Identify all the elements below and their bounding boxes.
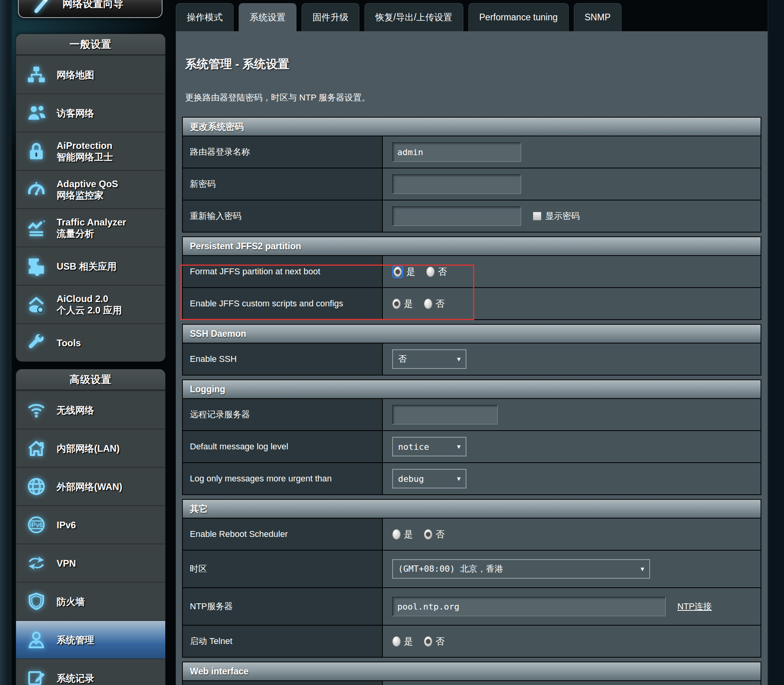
sidebar-item-aiprotection[interactable]: AiProtection智能网络卫士 bbox=[16, 132, 165, 170]
chevron-down-icon: ▼ bbox=[457, 443, 461, 450]
section-header-ssh: SSH Daemon bbox=[183, 325, 761, 343]
page-left-edge bbox=[0, 0, 12, 685]
traffic-chart-icon bbox=[16, 218, 57, 238]
tab-firmware-upgrade[interactable]: 固件升级 bbox=[302, 3, 359, 31]
sidebar-item-vpn[interactable]: VPN bbox=[16, 544, 165, 582]
section-header-web-interface: Web interface bbox=[183, 662, 761, 680]
login-name-input[interactable] bbox=[392, 142, 521, 162]
home-icon bbox=[16, 438, 57, 458]
wrench-icon bbox=[16, 333, 57, 353]
puzzle-icon bbox=[16, 256, 57, 276]
row-retype-password: 重新输入密码 显示密码 bbox=[183, 200, 761, 232]
advanced-settings-panel: 高级设置 无线网络 内部网络(LAN) 外部网络(WAN) IPv6 IPv6 bbox=[16, 369, 166, 685]
retype-password-input[interactable] bbox=[392, 206, 521, 226]
cloud-home-icon bbox=[16, 294, 57, 315]
sidebar-item-firewall[interactable]: 防火墙 bbox=[16, 582, 165, 620]
network-map-icon bbox=[16, 64, 57, 85]
format-jffs-no-radio[interactable] bbox=[426, 266, 435, 277]
jffs-scripts-no-radio[interactable] bbox=[424, 299, 432, 309]
new-password-input[interactable] bbox=[392, 174, 521, 194]
row-timezone: 时区 (GMT+08:00) 北京，香港 ▼ bbox=[183, 550, 761, 587]
globe-icon bbox=[16, 476, 57, 497]
row-jffs-scripts: Enable JFFS custom scripts and configs 是… bbox=[183, 287, 761, 319]
section-web-interface: Web interface 授权方式 BOTH ▼ bbox=[182, 662, 761, 685]
page-description: 更换路由器登陆密码，时区与 NTP 服务器设置。 bbox=[185, 92, 758, 104]
advanced-settings-header: 高级设置 bbox=[16, 369, 165, 390]
shield-icon bbox=[16, 591, 57, 612]
timezone-select[interactable]: (GMT+08:00) 北京，香港 ▼ bbox=[392, 559, 650, 579]
section-ssh: SSH Daemon Enable SSH 否 ▼ bbox=[182, 324, 761, 376]
row-new-password: 新密码 bbox=[183, 168, 761, 200]
row-telnet: 启动 Telnet 是 否 bbox=[183, 625, 761, 657]
tab-performance-tuning[interactable]: Performance tuning bbox=[468, 3, 569, 31]
sidebar-item-ipv6[interactable]: IPv6 IPv6 bbox=[16, 505, 165, 544]
tab-restore-save-upload[interactable]: 恢复/导出/上传设置 bbox=[364, 3, 463, 31]
chevron-down-icon: ▼ bbox=[457, 475, 461, 482]
section-header-logging: Logging bbox=[183, 380, 761, 398]
sidebar-item-traffic-analyzer[interactable]: Traffic Analyzer流量分析 bbox=[16, 208, 165, 247]
section-header-change-password: 更改系统密码 bbox=[183, 118, 761, 136]
log-urgency-select[interactable]: debug ▼ bbox=[392, 469, 466, 488]
row-auth-method: 授权方式 BOTH ▼ bbox=[183, 680, 761, 685]
ntp-connect-link[interactable]: NTP连接 bbox=[677, 601, 712, 612]
wifi-icon bbox=[16, 400, 57, 420]
reboot-scheduler-yes-radio[interactable] bbox=[392, 529, 401, 540]
section-header-other: 其它 bbox=[183, 500, 761, 518]
section-change-password: 更改系统密码 路由器登录名称 新密码 重新输入密码 显示密码 bbox=[182, 117, 761, 233]
sidebar-item-usb-apps[interactable]: USB 相关应用 bbox=[16, 247, 165, 285]
main-content-panel: 系统管理 - 系统设置 更换路由器登陆密码，时区与 NTP 服务器设置。 更改系… bbox=[176, 31, 768, 685]
default-log-level-select[interactable]: notice ▼ bbox=[392, 437, 466, 456]
page-right-edge bbox=[768, 0, 784, 685]
tab-bar: 操作模式 系统设置 固件升级 恢复/导出/上传设置 Performance tu… bbox=[176, 3, 621, 31]
wizard-label: 网络设置向导 bbox=[63, 0, 123, 11]
telnet-no-radio[interactable] bbox=[424, 636, 432, 647]
sidebar-item-network-map[interactable]: 网络地图 bbox=[16, 55, 165, 93]
chevron-down-icon: ▼ bbox=[641, 565, 644, 572]
sidebar-item-tools[interactable]: Tools bbox=[16, 323, 165, 361]
guest-network-icon bbox=[16, 103, 57, 123]
note-pencil-icon bbox=[16, 668, 57, 685]
sidebar-item-guest-network[interactable]: 访客网络 bbox=[16, 93, 165, 132]
person-icon bbox=[16, 630, 57, 650]
row-default-log-level: Default message log level notice ▼ bbox=[183, 430, 761, 462]
show-password-label: 显示密码 bbox=[545, 210, 580, 222]
ntp-server-input[interactable] bbox=[392, 597, 666, 616]
enable-ssh-select[interactable]: 否 ▼ bbox=[392, 349, 466, 369]
row-log-urgency: Log only messages more urgent than debug… bbox=[183, 462, 761, 494]
focus-ring bbox=[392, 265, 403, 278]
ipv6-globe-icon: IPv6 bbox=[16, 515, 57, 535]
show-password-checkbox[interactable] bbox=[533, 212, 541, 220]
row-ntp-server: NTP服务器 NTP连接 bbox=[183, 587, 761, 625]
reboot-scheduler-no-radio[interactable] bbox=[424, 529, 432, 540]
chevron-down-icon: ▼ bbox=[457, 356, 461, 363]
lock-icon bbox=[16, 141, 57, 161]
vpn-arrows-icon bbox=[16, 553, 57, 573]
quick-setup-wizard-button[interactable]: 网络设置向导 bbox=[18, 0, 163, 18]
sidebar-item-wireless[interactable]: 无线网络 bbox=[16, 390, 165, 429]
sidebar-item-lan[interactable]: 内部网络(LAN) bbox=[16, 429, 165, 467]
sidebar-item-aicloud[interactable]: AiCloud 2.0个人云 2.0 应用 bbox=[16, 285, 165, 323]
remote-log-server-input[interactable] bbox=[392, 405, 498, 424]
row-enable-ssh: Enable SSH 否 ▼ bbox=[183, 343, 761, 375]
magic-wand-icon bbox=[32, 0, 52, 14]
row-reboot-scheduler: Enable Reboot Scheduler 是 否 bbox=[183, 518, 761, 550]
sidebar-item-system-log[interactable]: 系统记录 bbox=[16, 658, 165, 685]
section-other: 其它 Enable Reboot Scheduler 是 否 时区 (GMT+0… bbox=[182, 499, 761, 658]
general-settings-header: 一般设置 bbox=[16, 34, 165, 55]
row-format-jffs: Format JFFS partition at next boot 是 否 bbox=[183, 255, 761, 287]
sidebar: 网络设置向导 一般设置 网络地图 访客网络 AiProtection智能网络卫士 bbox=[16, 0, 166, 685]
telnet-yes-radio[interactable] bbox=[392, 636, 401, 647]
sidebar-item-adaptive-qos[interactable]: Adaptive QoS网络监控家 bbox=[16, 170, 165, 208]
section-logging: Logging 远程记录服务器 Default message log leve… bbox=[182, 379, 761, 495]
general-settings-panel: 一般设置 网络地图 访客网络 AiProtection智能网络卫士 Adapti… bbox=[16, 34, 166, 362]
sidebar-item-administration[interactable]: 系统管理 bbox=[16, 620, 165, 658]
format-jffs-yes-radio[interactable] bbox=[393, 266, 402, 277]
tab-system-settings[interactable]: 系统设置 bbox=[239, 3, 296, 31]
title-divider bbox=[185, 80, 758, 81]
tab-snmp[interactable]: SNMP bbox=[574, 3, 621, 31]
sidebar-item-wan[interactable]: 外部网络(WAN) bbox=[16, 467, 165, 505]
page-title: 系统管理 - 系统设置 bbox=[185, 56, 758, 72]
tab-operation-mode[interactable]: 操作模式 bbox=[176, 3, 234, 31]
jffs-scripts-yes-radio[interactable] bbox=[392, 299, 401, 309]
row-remote-log-server: 远程记录服务器 bbox=[183, 398, 761, 430]
